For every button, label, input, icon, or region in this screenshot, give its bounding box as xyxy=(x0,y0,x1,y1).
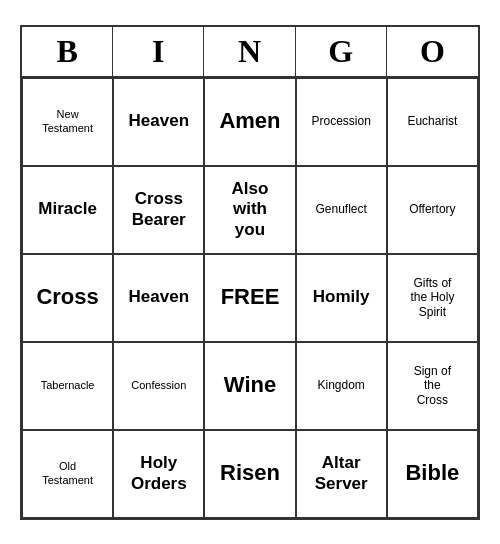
header-letter: O xyxy=(387,27,478,76)
bingo-cell: OldTestament xyxy=(22,430,113,518)
header-letter: N xyxy=(204,27,295,76)
bingo-header: BINGO xyxy=(22,27,478,78)
header-letter: G xyxy=(296,27,387,76)
bingo-cell: Genuflect xyxy=(296,166,387,254)
header-letter: I xyxy=(113,27,204,76)
bingo-grid: NewTestamentHeavenAmenProcessionEucharis… xyxy=(22,78,478,518)
bingo-cell: Heaven xyxy=(113,254,204,342)
bingo-cell: Alsowithyou xyxy=(204,166,295,254)
bingo-cell: Sign oftheCross xyxy=(387,342,478,430)
bingo-cell: Confession xyxy=(113,342,204,430)
bingo-cell: Homily xyxy=(296,254,387,342)
bingo-cell: Procession xyxy=(296,78,387,166)
bingo-cell: AltarServer xyxy=(296,430,387,518)
bingo-cell: Cross xyxy=(22,254,113,342)
bingo-cell: FREE xyxy=(204,254,295,342)
bingo-cell: Bible xyxy=(387,430,478,518)
bingo-cell: Amen xyxy=(204,78,295,166)
bingo-cell: Tabernacle xyxy=(22,342,113,430)
bingo-cell: Heaven xyxy=(113,78,204,166)
bingo-cell: Eucharist xyxy=(387,78,478,166)
bingo-cell: Gifts ofthe HolySpirit xyxy=(387,254,478,342)
bingo-cell: Miracle xyxy=(22,166,113,254)
bingo-cell: NewTestament xyxy=(22,78,113,166)
header-letter: B xyxy=(22,27,113,76)
bingo-cell: Kingdom xyxy=(296,342,387,430)
bingo-cell: CrossBearer xyxy=(113,166,204,254)
bingo-card: BINGO NewTestamentHeavenAmenProcessionEu… xyxy=(20,25,480,520)
bingo-cell: HolyOrders xyxy=(113,430,204,518)
bingo-cell: Wine xyxy=(204,342,295,430)
bingo-cell: Offertory xyxy=(387,166,478,254)
bingo-cell: Risen xyxy=(204,430,295,518)
